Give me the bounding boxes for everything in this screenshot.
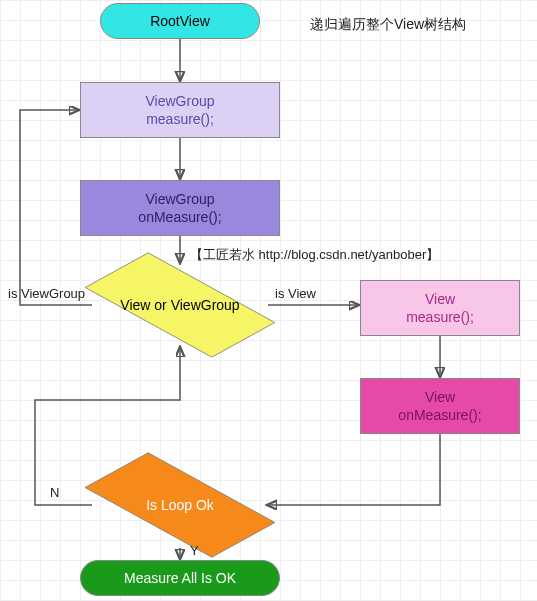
- node-label: RootView: [150, 12, 210, 30]
- edge-label-yes: Y: [190, 543, 199, 558]
- annotation-watermark: 【工匠若水 http://blog.csdn.net/yanbober】: [190, 246, 439, 264]
- edge-label-no: N: [50, 485, 59, 500]
- node-label-line1: ViewGroup: [138, 190, 221, 208]
- node-decision-view-or-viewgroup: View or ViewGroup: [90, 260, 270, 350]
- node-final: Measure All Is OK: [80, 560, 280, 596]
- node-rootview: RootView: [100, 3, 260, 39]
- node-label: Measure All Is OK: [124, 569, 236, 587]
- node-view-measure: View measure();: [360, 280, 520, 336]
- node-decision-is-loop-ok: Is Loop Ok: [90, 460, 270, 550]
- node-label-line1: View: [406, 290, 474, 308]
- node-view-onmeasure: View onMeasure();: [360, 378, 520, 434]
- node-label: View or ViewGroup: [114, 297, 245, 313]
- node-label-line2: measure();: [406, 308, 474, 326]
- node-viewgroup-measure: ViewGroup measure();: [80, 82, 280, 138]
- node-label-line2: measure();: [145, 110, 214, 128]
- annotation-title: 递归遍历整个View树结构: [310, 16, 466, 34]
- node-label-line1: ViewGroup: [145, 92, 214, 110]
- node-viewgroup-onmeasure: ViewGroup onMeasure();: [80, 180, 280, 236]
- edge-label-is-view: is View: [275, 286, 316, 301]
- edge-label-is-viewgroup: is ViewGroup: [8, 286, 85, 301]
- node-label: Is Loop Ok: [140, 497, 220, 513]
- node-label-line2: onMeasure();: [398, 406, 481, 424]
- node-label-line2: onMeasure();: [138, 208, 221, 226]
- node-label-line1: View: [398, 388, 481, 406]
